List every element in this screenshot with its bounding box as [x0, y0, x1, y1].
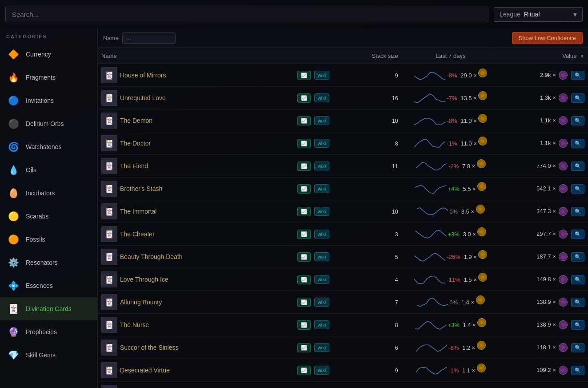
- item-icon: 🃏: [101, 385, 117, 388]
- sidebar-icon-delirium-orbs: ⚫: [6, 117, 20, 131]
- value-cell: 2.9k × 🔍: [500, 64, 588, 87]
- chart-button[interactable]: 📈: [297, 343, 311, 352]
- wiki-button[interactable]: wiki: [314, 230, 329, 238]
- chart-button[interactable]: 📈: [297, 71, 311, 80]
- sidebar-item-fossils[interactable]: 🟠 Fossils: [0, 228, 97, 251]
- sidebar-item-skill-gems[interactable]: 💎 Skill Gems: [0, 344, 97, 367]
- chart-button[interactable]: 📈: [297, 184, 311, 194]
- search-button[interactable]: 🔍: [571, 184, 584, 194]
- search-button[interactable]: 🔍: [571, 275, 584, 284]
- search-button[interactable]: 🔍: [571, 116, 584, 125]
- item-name: The Nurse: [120, 321, 149, 328]
- wiki-button[interactable]: wiki: [314, 71, 329, 80]
- search-button[interactable]: 🔍: [571, 139, 584, 148]
- value-text: 542.1 ×: [536, 185, 556, 192]
- wiki-button[interactable]: wiki: [314, 116, 329, 125]
- price-value: 1.2 ×: [462, 344, 475, 351]
- sidebar-item-prophecies[interactable]: 🔮 Prophecies: [0, 320, 97, 344]
- search-button[interactable]: 🔍: [571, 343, 584, 352]
- value-chaos-icon: [559, 184, 568, 193]
- sidebar-item-essences[interactable]: 💠 Essences: [0, 274, 97, 297]
- value-cell: 1.3k × 🔍: [500, 87, 588, 109]
- search-button[interactable]: 🔍: [571, 93, 584, 103]
- wiki-button[interactable]: wiki: [314, 162, 329, 170]
- sidebar-item-resonators[interactable]: ⚙️ Resonators: [0, 251, 97, 274]
- wiki-button[interactable]: wiki: [314, 320, 329, 329]
- value-chaos-icon: [559, 275, 568, 284]
- last7days-cell: -8% 11.0 ×: [402, 109, 500, 132]
- filter-name-input[interactable]: [122, 32, 176, 44]
- value-text: 138.9 ×: [536, 321, 556, 328]
- search-button[interactable]: 🔍: [571, 366, 584, 375]
- league-select[interactable]: League Ritual ▾: [494, 7, 583, 22]
- table-row: 🃏 Beauty Through Death 📈 wiki 5 -25% 1.9…: [98, 246, 588, 268]
- table-row: 🃏 House of Mirrors 📈 wiki 9 -8% 29.0 × 2…: [98, 64, 588, 87]
- chaos-orb-icon: [478, 273, 487, 282]
- sidebar-item-incubators[interactable]: 🥚 Incubators: [0, 182, 97, 205]
- search-button[interactable]: 🔍: [571, 230, 584, 239]
- wiki-button[interactable]: wiki: [314, 343, 329, 352]
- sidebar-item-invitations[interactable]: 🔵 Invitations: [0, 89, 97, 112]
- chaos-orb-icon: [476, 295, 485, 304]
- item-icon: 🃏: [101, 158, 117, 174]
- chart-button[interactable]: 📈: [297, 230, 311, 239]
- chart-button[interactable]: 📈: [297, 116, 311, 125]
- item-name: The Cheater: [120, 230, 155, 238]
- wiki-button[interactable]: wiki: [314, 298, 329, 307]
- item-icon: 🃏: [101, 113, 117, 129]
- stack-size-cell: 3: [353, 223, 402, 246]
- search-button[interactable]: 🔍: [571, 298, 584, 307]
- sidebar-item-scarabs[interactable]: 🟡 Scarabs: [0, 205, 97, 228]
- chart-button[interactable]: 📈: [297, 320, 311, 330]
- pct-change: 0%: [449, 208, 458, 215]
- search-button[interactable]: 🔍: [571, 252, 584, 262]
- value-text: 149.8 ×: [536, 276, 556, 283]
- wiki-button[interactable]: wiki: [314, 207, 329, 216]
- wiki-button[interactable]: wiki: [314, 366, 329, 375]
- search-button[interactable]: 🔍: [571, 207, 584, 216]
- wiki-button[interactable]: wiki: [314, 139, 329, 148]
- chart-button[interactable]: 📈: [297, 93, 311, 103]
- sidebar-item-fragments[interactable]: 🔥 Fragments: [0, 66, 97, 89]
- value-text: 297.7 ×: [536, 230, 556, 237]
- chart-button[interactable]: 📈: [297, 252, 311, 262]
- item-name-cell: 🃏 The Cheater: [98, 223, 294, 246]
- value-text: 1.1k ×: [540, 117, 556, 124]
- item-icon: 🃏: [101, 90, 117, 106]
- search-button[interactable]: 🔍: [571, 320, 584, 330]
- sidebar-icon-resonators: ⚙️: [6, 255, 20, 270]
- search-button[interactable]: 🔍: [571, 162, 584, 171]
- item-buttons-cell: 📈 wiki: [294, 155, 352, 178]
- chart-button[interactable]: 📈: [297, 139, 311, 148]
- chart-button[interactable]: 📈: [297, 366, 311, 375]
- sidebar-item-currency[interactable]: 🔶 Currency: [0, 43, 97, 66]
- wiki-button[interactable]: wiki: [314, 275, 329, 284]
- wiki-button[interactable]: wiki: [314, 93, 329, 102]
- value-text: 2.9k ×: [540, 72, 556, 78]
- search-input[interactable]: [5, 7, 488, 22]
- chart-button[interactable]: 📈: [297, 298, 311, 307]
- price-value: 11.0 ×: [460, 140, 477, 147]
- item-name-cell: 🃏 Desecrated Virtue: [98, 359, 294, 382]
- item-name-cell: 🃏 Unrequited Love: [98, 87, 294, 109]
- sidebar-item-delirium-orbs[interactable]: ⚫ Delirium Orbs: [0, 112, 97, 135]
- chart-button[interactable]: 📈: [297, 162, 311, 171]
- item-icon: 🃏: [101, 226, 117, 242]
- chart-button[interactable]: 📈: [297, 275, 311, 284]
- last7days-cell: -11% 1.5 ×: [402, 268, 500, 291]
- sidebar-item-div-cards[interactable]: 🃏 Divination Cards: [0, 297, 97, 320]
- col-value-header: Value: [500, 48, 588, 64]
- item-buttons-cell: 📈 wiki: [294, 336, 352, 359]
- item-buttons-cell: 📈 wiki: [294, 200, 352, 223]
- search-button[interactable]: 🔍: [571, 71, 584, 80]
- value-text: 1.3k ×: [540, 94, 556, 101]
- sidebar-item-oils[interactable]: 💧 Oils: [0, 158, 97, 182]
- wiki-button[interactable]: wiki: [314, 184, 329, 193]
- wiki-button[interactable]: wiki: [314, 252, 329, 261]
- show-low-confidence-button[interactable]: Show Low Confidence: [512, 32, 583, 44]
- sidebar-item-watchstones[interactable]: 🌀 Watchstones: [0, 135, 97, 158]
- last7days-cell: -1% 11.0 ×: [402, 132, 500, 155]
- value-chaos-icon: [559, 298, 568, 307]
- chaos-orb-icon: [476, 205, 485, 214]
- chart-button[interactable]: 📈: [297, 207, 311, 216]
